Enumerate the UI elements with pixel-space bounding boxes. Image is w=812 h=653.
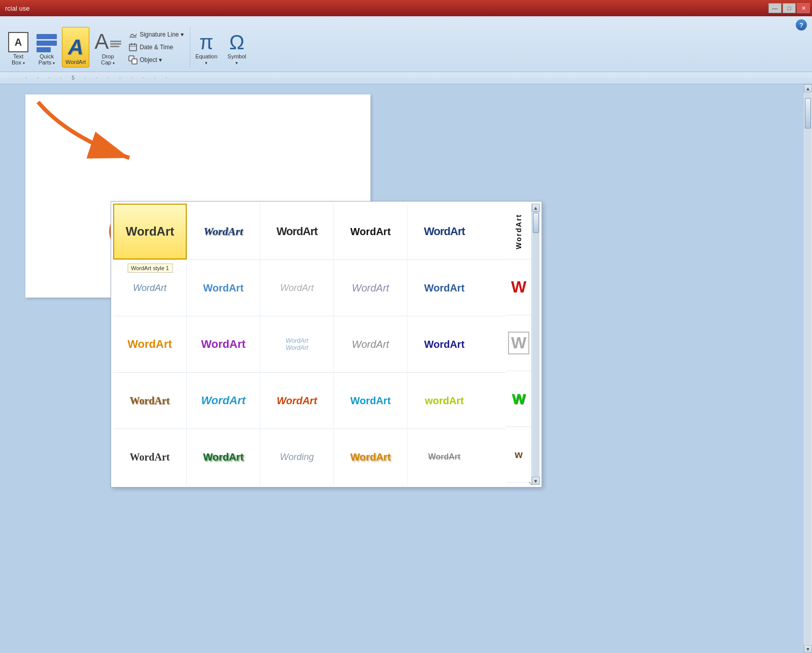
- wordart-style-19-text: WordArt: [350, 395, 391, 407]
- wordart-style-14-text: WordArt: [352, 339, 389, 350]
- doc-scroll-down[interactable]: ▼: [804, 645, 812, 653]
- wordart-style-11[interactable]: WordArt: [113, 316, 187, 372]
- wordart-style-18[interactable]: WordArt: [260, 373, 334, 429]
- wordart-style-21-text: WordArt: [130, 451, 170, 463]
- wordart-side-column: WordArt W W W w: [506, 204, 531, 485]
- wordart-dropdown-panel: WordArt WordArt style 1 WordArt WordArt …: [111, 201, 542, 487]
- wordart-style-22[interactable]: WordArt: [187, 429, 260, 485]
- doc-scrollbar-track: [804, 93, 811, 644]
- scrollbar-thumb[interactable]: [533, 213, 539, 233]
- document-area: WordArt WordArt style 1 WordArt WordArt …: [0, 84, 812, 653]
- insert-items-group: Signature Line ▾ Date & Time Object ▾: [126, 27, 190, 68]
- symbol-label: Symbol▾: [227, 53, 246, 66]
- wordart-style-25[interactable]: WordArt: [408, 429, 481, 485]
- side-style-4-text: W: [512, 391, 525, 407]
- scrollbar-track[interactable]: [532, 212, 539, 477]
- document-scrollbar[interactable]: ▲ ▼: [804, 84, 812, 653]
- wordart-style-24[interactable]: WordArt: [334, 429, 408, 485]
- wordart-style-1[interactable]: WordArt WordArt style 1: [113, 204, 187, 259]
- close-button[interactable]: ✕: [797, 3, 810, 13]
- wordart-style-15-text: WordArt: [424, 339, 465, 350]
- wordart-style-11-text: WordArt: [127, 338, 172, 351]
- wordart-style-13[interactable]: WordArt WordArt: [260, 316, 334, 372]
- wordart-icon: A: [68, 37, 83, 58]
- wordart-style-19[interactable]: WordArt: [334, 373, 408, 429]
- wordart-panel-scrollbar[interactable]: ▲ ▼: [531, 204, 539, 485]
- wordart-style-12-text: WordArt: [201, 338, 246, 351]
- dropcap-button[interactable]: A DropCap ▾: [91, 27, 124, 68]
- wordart-style-14[interactable]: WordArt: [334, 316, 408, 372]
- side-style-1[interactable]: WordArt: [506, 204, 531, 259]
- wordart-style-1-text: WordArt: [126, 224, 175, 239]
- wordart-style-10[interactable]: WordArt: [408, 260, 481, 316]
- wordart-style-24-text: WordArt: [350, 451, 391, 463]
- scroll-down-arrow[interactable]: ▼: [532, 477, 540, 485]
- wordart-style-9[interactable]: WordArt: [334, 260, 408, 316]
- wordart-style-8[interactable]: WordArt: [260, 260, 334, 316]
- textbox-icon: A: [8, 32, 28, 52]
- textbox-button[interactable]: A TextBox ▾: [5, 27, 31, 68]
- symbol-icon: Ω: [229, 32, 245, 52]
- maximize-button[interactable]: □: [783, 3, 796, 13]
- wordart-style-20-text: wordArt: [425, 395, 464, 407]
- datetime-label: Date & Time: [140, 44, 173, 51]
- object-button[interactable]: Object ▾: [126, 54, 186, 66]
- wordart-style-17[interactable]: WordArt: [187, 373, 260, 429]
- title-bar: rcial use — □ ✕: [0, 0, 812, 16]
- side-style-3[interactable]: W: [506, 315, 531, 371]
- wordart-grid-container: WordArt WordArt style 1 WordArt WordArt …: [113, 204, 539, 485]
- doc-scroll-up[interactable]: ▲: [804, 84, 812, 92]
- wordart-style-8-text: WordArt: [280, 283, 314, 293]
- wordart-style-17-text: WordArt: [201, 394, 246, 407]
- quickparts-button[interactable]: QuickParts ▾: [33, 27, 60, 68]
- equation-symbol-group: π Equation▾ Ω Symbol▾: [192, 23, 249, 68]
- wordart-style-2[interactable]: WordArt: [187, 204, 260, 259]
- signature-button[interactable]: Signature Line ▾: [126, 29, 186, 40]
- style-tooltip: WordArt style 1: [127, 264, 173, 273]
- wordart-style-13-text: WordArt: [286, 337, 308, 344]
- wordart-button[interactable]: A WordArt: [62, 27, 89, 68]
- wordart-style-12[interactable]: WordArt: [187, 316, 260, 372]
- resize-handle[interactable]: ⤡: [528, 480, 532, 486]
- wordart-style-16-text: WordArt: [130, 395, 170, 407]
- wordart-style-3-text: WordArt: [277, 225, 318, 238]
- wordart-style-21[interactable]: WordArt: [113, 429, 187, 485]
- wordart-style-grid: WordArt WordArt style 1 WordArt WordArt …: [113, 204, 506, 485]
- side-style-2[interactable]: W: [506, 259, 531, 315]
- wordart-style-2-text: WordArt: [204, 225, 243, 238]
- help-button[interactable]: ?: [796, 19, 807, 30]
- wordart-style-25-text: WordArt: [428, 452, 461, 462]
- equation-button[interactable]: π Equation▾: [192, 27, 220, 68]
- side-style-5[interactable]: w: [506, 427, 531, 483]
- signature-icon: [128, 30, 138, 39]
- ribbon: ? A TextBox ▾ QuickParts ▾ A WordArt A D…: [0, 16, 812, 72]
- wordart-row-4: WordArt WordArt WordArt WordArt wordArt: [113, 373, 506, 429]
- wordart-style-7[interactable]: WordArt: [187, 260, 260, 316]
- quickparts-icon: [37, 34, 57, 52]
- doc-scrollbar-thumb[interactable]: [805, 98, 811, 128]
- minimize-button[interactable]: —: [768, 3, 782, 13]
- wordart-style-15[interactable]: WordArt: [408, 316, 481, 372]
- wordart-row-1: WordArt WordArt style 1 WordArt WordArt …: [113, 204, 506, 260]
- side-style-4[interactable]: W: [506, 371, 531, 427]
- equation-icon: π: [199, 32, 214, 52]
- dropcap-icon: A: [94, 31, 121, 52]
- wordart-style-3[interactable]: WordArt: [260, 204, 334, 259]
- textbox-label: TextBox ▾: [12, 53, 25, 66]
- side-style-3-text: W: [508, 332, 529, 354]
- equation-label: Equation▾: [195, 53, 217, 66]
- wordart-style-10-text: WordArt: [424, 282, 465, 294]
- wordart-style-4-text: WordArt: [350, 226, 391, 238]
- side-style-2-text: W: [511, 278, 526, 297]
- wordart-style-4[interactable]: WordArt: [334, 204, 408, 259]
- wordart-style-7-text: WordArt: [203, 282, 244, 294]
- scroll-up-arrow[interactable]: ▲: [532, 204, 540, 212]
- wordart-style-20[interactable]: wordArt: [408, 373, 481, 429]
- symbol-button[interactable]: Ω Symbol▾: [224, 27, 249, 68]
- datetime-button[interactable]: Date & Time: [126, 42, 186, 53]
- wordart-style-22-text: WordArt: [203, 451, 244, 463]
- wordart-style-5[interactable]: WordArt: [408, 204, 481, 259]
- wordart-style-23[interactable]: Wording: [260, 429, 334, 485]
- wordart-style-16[interactable]: WordArt: [113, 373, 187, 429]
- quickparts-label: QuickParts ▾: [39, 53, 55, 66]
